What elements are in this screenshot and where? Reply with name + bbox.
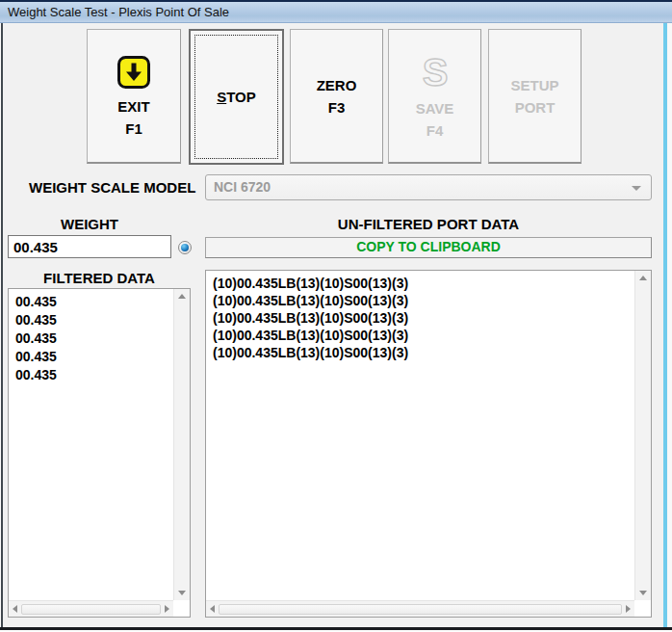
save-button-label: SAVE: [416, 99, 454, 118]
weight-input[interactable]: [8, 235, 171, 258]
setup-port-button[interactable]: SETUP PORT: [488, 29, 582, 164]
port-data-line: (10)00.435LB(13)(10)S00(13)(3): [213, 275, 651, 292]
exit-button-label: EXIT: [117, 97, 149, 116]
setup-port-label-line2: PORT: [515, 98, 556, 117]
scrollbar-thumb[interactable]: [219, 604, 622, 615]
weight-scale-model-select[interactable]: NCI 6720: [205, 174, 652, 200]
setup-port-label-line1: SETUP: [510, 76, 558, 94]
svg-text:S: S: [422, 53, 448, 93]
weight-scale-model-value: NCI 6720: [214, 179, 271, 195]
exit-button[interactable]: EXIT F1: [87, 29, 181, 164]
save-button-fkey: F4: [426, 121, 444, 140]
window-frame-right: [667, 23, 672, 627]
list-item[interactable]: 00.435: [15, 311, 190, 329]
port-data-line: (10)00.435LB(13)(10)S00(13)(3): [213, 309, 651, 327]
port-data-line: (10)00.435LB(13)(10)S00(13)(3): [213, 292, 651, 309]
scroll-down-icon[interactable]: [639, 591, 647, 595]
zero-button-label: ZERO: [317, 76, 357, 94]
yellow-down-arrow-icon: [116, 55, 151, 90]
scrollbar-thumb[interactable]: [21, 604, 161, 615]
weight-scale-test-window: Weight Scale Test - Plexis Point Of Sale…: [0, 0, 672, 632]
title-bar[interactable]: Weight Scale Test - Plexis Point Of Sale: [0, 2, 672, 23]
radio-selected-dot: [181, 244, 189, 251]
filtered-data-label: FILTERED DATA: [8, 270, 191, 286]
scroll-right-icon[interactable]: [626, 605, 631, 613]
vertical-scrollbar[interactable]: [173, 289, 190, 600]
save-button[interactable]: S SAVE F4: [388, 29, 481, 164]
unfiltered-port-data-label: UN-FILTERED PORT DATA: [205, 216, 652, 232]
filtered-data-list[interactable]: 00.435 00.435 00.435 00.435 00.435: [8, 288, 191, 618]
scroll-up-icon[interactable]: [639, 276, 647, 280]
exit-button-fkey: F1: [125, 119, 142, 138]
weight-label: WEIGHT: [8, 216, 171, 232]
scroll-left-icon[interactable]: [210, 605, 215, 613]
weight-scale-model-label: WEIGHT SCALE MODEL: [29, 174, 195, 200]
chevron-down-icon: [632, 186, 641, 191]
stop-button[interactable]: STOP: [189, 29, 284, 165]
stop-button-label: STOP: [217, 88, 256, 106]
outlined-s-icon: S: [414, 53, 456, 93]
unfiltered-port-data-area[interactable]: (10)00.435LB(13)(10)S00(13)(3) (10)00.43…: [205, 270, 652, 618]
port-data-line: (10)00.435LB(13)(10)S00(13)(3): [213, 327, 651, 344]
port-data-line: (10)00.435LB(13)(10)S00(13)(3): [213, 344, 651, 361]
vertical-scrollbar[interactable]: [634, 271, 651, 600]
zero-button-fkey: F3: [328, 98, 346, 117]
scroll-up-icon[interactable]: [178, 294, 186, 299]
list-item[interactable]: 00.435: [15, 329, 190, 348]
horizontal-scrollbar[interactable]: [9, 600, 173, 617]
scroll-down-icon[interactable]: [178, 591, 186, 595]
weight-radio-button[interactable]: [178, 241, 192, 254]
scroll-right-icon[interactable]: [165, 605, 169, 613]
copy-to-clipboard-button[interactable]: COPY TO CLIPBOARD: [205, 237, 652, 258]
scroll-left-icon[interactable]: [13, 605, 17, 613]
window-title: Weight Scale Test - Plexis Point Of Sale: [0, 5, 229, 19]
window-frame-left-border: [1, 23, 3, 627]
horizontal-scrollbar[interactable]: [206, 600, 634, 617]
zero-button[interactable]: ZERO F3: [290, 29, 383, 164]
list-item[interactable]: 00.435: [15, 293, 190, 311]
list-item[interactable]: 00.435: [15, 366, 190, 384]
list-item[interactable]: 00.435: [15, 348, 190, 366]
